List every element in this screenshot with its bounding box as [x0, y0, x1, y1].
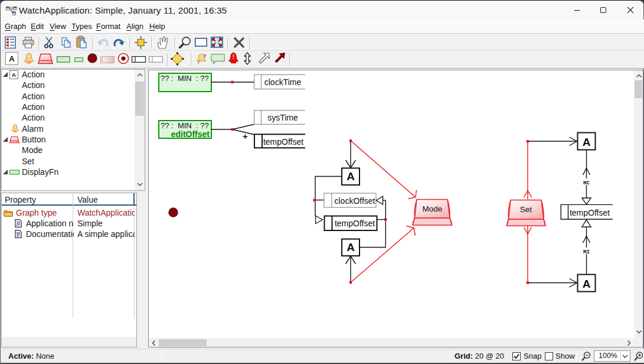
svg-text:tempOffset: tempOffset: [263, 137, 303, 147]
svg-text:+: +: [243, 131, 248, 141]
svg-text:!: !: [233, 54, 234, 60]
svg-text:Set: Set: [520, 205, 532, 214]
svg-text:?? : MIN : ??: ?? : MIN : ??: [161, 74, 209, 83]
svg-text:A: A: [9, 54, 15, 63]
svg-text:HC: HC: [583, 180, 590, 186]
svg-text:MI: MI: [583, 249, 590, 255]
svg-text:tempOffset: tempOffset: [570, 208, 610, 217]
svg-text:sysTime: sysTime: [267, 113, 298, 122]
svg-text:Mode: Mode: [423, 204, 443, 213]
svg-text:editOffset: editOffset: [171, 129, 210, 139]
svg-text:clockTime: clockTime: [264, 77, 302, 87]
svg-text:A: A: [346, 170, 355, 183]
svg-text:A: A: [346, 241, 355, 254]
svg-text:A: A: [583, 136, 591, 148]
svg-text:tempOffset: tempOffset: [335, 219, 375, 228]
svg-text:?: ?: [203, 53, 207, 59]
svg-text:A: A: [583, 278, 591, 290]
svg-text:clockOffset: clockOffset: [335, 196, 375, 206]
svg-text:A: A: [12, 72, 16, 78]
